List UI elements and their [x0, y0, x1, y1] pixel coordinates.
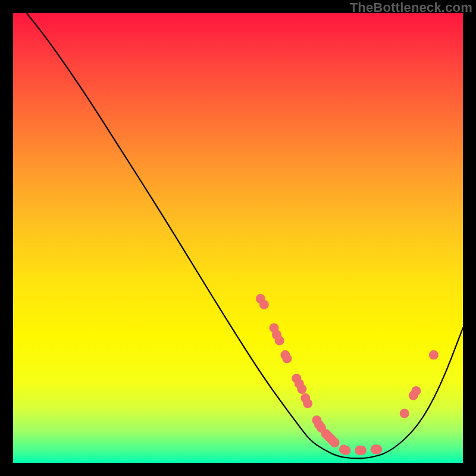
data-point — [282, 354, 292, 364]
data-points-group — [256, 294, 439, 455]
data-point — [297, 384, 306, 394]
data-point — [411, 386, 421, 396]
watermark-text: TheBottleneck.com — [350, 0, 472, 15]
data-point — [341, 446, 350, 455]
chart-plot-area — [13, 13, 463, 463]
data-point — [429, 350, 439, 360]
bottleneck-curve — [27, 13, 463, 458]
data-point — [357, 446, 367, 455]
data-point — [259, 300, 269, 309]
data-point — [400, 409, 409, 418]
chart-svg — [13, 13, 463, 463]
data-point — [303, 399, 312, 408]
data-point — [372, 444, 382, 454]
data-point — [275, 336, 284, 345]
data-point — [330, 438, 340, 447]
